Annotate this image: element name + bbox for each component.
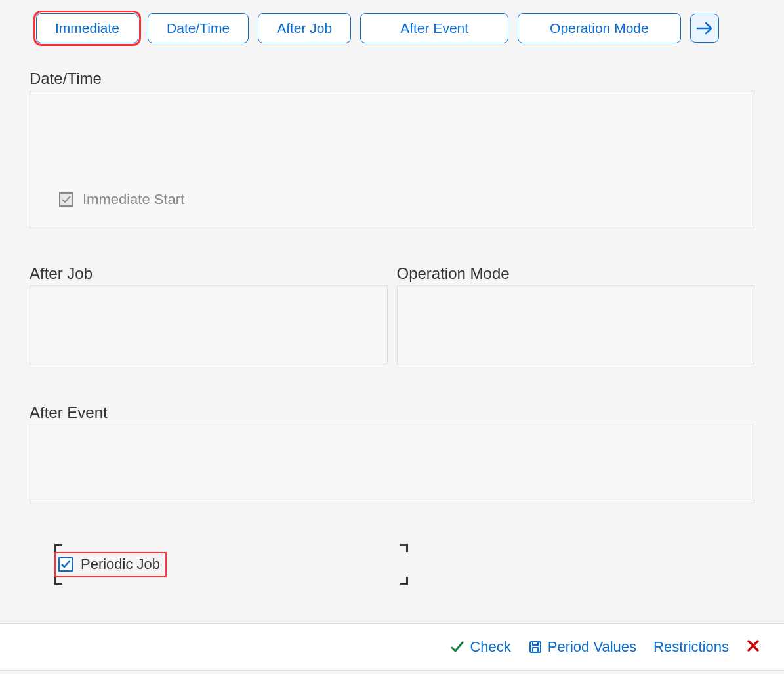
next-arrow-button[interactable] (690, 14, 719, 43)
periodic-job-row: Periodic Job (30, 548, 754, 581)
main-content: Date/Time Immediate Start After Job Oper… (0, 43, 784, 581)
after-event-section: After Event (30, 404, 754, 503)
check-icon (450, 640, 464, 654)
save-icon (528, 640, 543, 654)
checkmark-icon (61, 194, 72, 205)
restrictions-button[interactable]: Restrictions (653, 639, 729, 656)
immediate-start-row: Immediate Start (59, 191, 184, 208)
after-job-button[interactable]: After Job (258, 13, 351, 43)
svg-rect-2 (533, 648, 538, 652)
operation-mode-button[interactable]: Operation Mode (518, 13, 681, 43)
periodic-job-label: Periodic Job (81, 556, 160, 573)
operation-mode-section-label: Operation Mode (397, 264, 755, 283)
two-column-row: After Job Operation Mode (30, 264, 754, 364)
after-job-section-label: After Job (30, 264, 388, 283)
arrow-right-icon (696, 21, 713, 35)
period-values-label: Period Values (548, 639, 636, 656)
close-icon (746, 639, 760, 653)
svg-rect-1 (533, 642, 538, 645)
start-condition-buttons: Immediate Date/Time After Job After Even… (0, 0, 784, 43)
bracket-bottom-right (400, 577, 408, 585)
date-time-panel: Immediate Start (30, 91, 754, 228)
date-time-section-label: Date/Time (30, 70, 754, 88)
check-label: Check (470, 639, 510, 656)
operation-mode-panel (397, 285, 755, 364)
close-button[interactable] (746, 639, 760, 656)
after-event-button[interactable]: After Event (360, 13, 508, 43)
after-job-column: After Job (30, 264, 388, 364)
periodic-job-checkbox[interactable] (58, 557, 73, 572)
bracket-top-left (54, 544, 62, 552)
immediate-start-label: Immediate Start (83, 191, 184, 208)
after-event-panel (30, 425, 754, 503)
after-job-panel (30, 285, 388, 364)
bracket-top-right (400, 544, 408, 552)
restrictions-label: Restrictions (653, 639, 729, 656)
operation-mode-column: Operation Mode (397, 264, 755, 364)
period-values-button[interactable]: Period Values (528, 639, 636, 656)
after-event-section-label: After Event (30, 404, 754, 422)
periodic-job-highlight: Periodic Job (56, 553, 165, 576)
immediate-start-checkbox[interactable] (59, 192, 73, 207)
checkmark-icon (60, 559, 71, 570)
date-time-button[interactable]: Date/Time (148, 13, 249, 43)
footer-bar: Check Period Values Restrictions (0, 623, 784, 671)
immediate-button[interactable]: Immediate (36, 13, 138, 43)
check-button[interactable]: Check (450, 639, 510, 656)
bracket-bottom-left (54, 577, 62, 585)
